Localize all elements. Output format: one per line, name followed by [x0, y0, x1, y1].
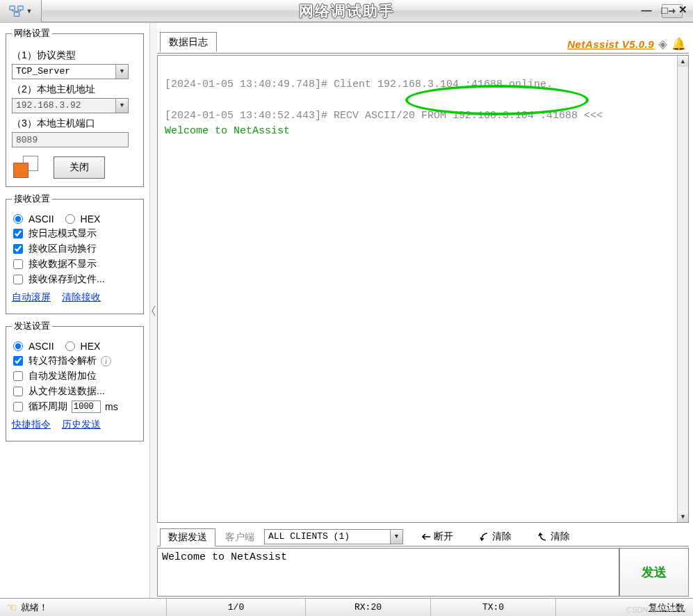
host-select[interactable]: 192.168.3.92 ▼: [12, 98, 129, 113]
scroll-up-icon[interactable]: ▲: [678, 56, 688, 67]
svg-rect-0: [9, 6, 14, 9]
send-append-label: 自动发送附加位: [28, 370, 97, 382]
clear-recv-link[interactable]: 清除接收: [62, 291, 101, 304]
diamond-icon[interactable]: ◈: [658, 37, 667, 51]
recv-ascii-radio[interactable]: [13, 214, 23, 224]
recv-ascii-label: ASCII: [28, 213, 54, 225]
arrow-down-left-icon: [480, 533, 489, 541]
status-tx: TX:0: [431, 599, 556, 616]
auto-scroll-link[interactable]: 自动滚屏: [12, 291, 51, 304]
recv-logmode-label: 按日志模式显示: [28, 227, 97, 240]
clear-up-button[interactable]: 清除: [530, 529, 578, 544]
maximize-button[interactable]: □: [658, 3, 671, 16]
recv-save-label: 接收保存到文件...: [28, 273, 105, 286]
send-textarea[interactable]: [157, 548, 619, 597]
log-content[interactable]: [2024-01-05 13:40:49.748]# Client 192.16…: [158, 56, 677, 522]
reset-counter-link[interactable]: 复位计数: [640, 601, 693, 614]
send-loop-input[interactable]: [72, 400, 101, 413]
network-icon: [9, 5, 24, 17]
title-bar: ▼ 网络调试助手 — □ ✕: [0, 0, 693, 22]
chevron-down-icon: ▼: [115, 65, 128, 79]
send-hex-label: HEX: [81, 341, 101, 352]
port-label: （3）本地主机端口: [12, 117, 138, 130]
send-target-select[interactable]: ALL CLIENTS (1) ▼: [264, 529, 403, 544]
disconnect-button[interactable]: 断开: [413, 529, 462, 544]
proto-select[interactable]: TCP_Server ▼: [12, 64, 129, 79]
status-rx: RX:20: [306, 599, 431, 616]
log-line-1: [2024-01-05 13:40:49.748]# Client 192.16…: [165, 79, 553, 90]
group-network: 网络设置 （1）协议类型 TCP_Server ▼ （2）本地主机地址 192.…: [6, 27, 144, 187]
group-send: 发送设置 ASCII HEX 转义符指令解析i 自动发送附加位 从文件发送数据.…: [6, 320, 144, 441]
tab-send[interactable]: 数据发送: [160, 528, 215, 546]
brand-link[interactable]: NetAssist V5.0.9: [567, 38, 654, 50]
log-line-2a: [2024-01-05 13:40:52.443]# RECV ASCII/2: [165, 110, 409, 122]
group-send-title: 发送设置: [12, 320, 52, 332]
scroll-down-icon[interactable]: ▼: [678, 511, 688, 522]
send-loop-pre: 循环周期: [28, 400, 67, 413]
info-icon[interactable]: i: [101, 356, 111, 366]
history-send-link[interactable]: 历史发送: [62, 419, 101, 431]
send-loop-check[interactable]: [13, 402, 23, 412]
send-escape-label: 转义符指令解析: [28, 355, 97, 367]
send-target-value: ALL CLIENTS (1): [265, 530, 390, 544]
send-fromfile-label: 从文件发送数据...: [28, 385, 105, 398]
log-line-2c: <<<: [578, 110, 603, 122]
recv-logmode-check[interactable]: [13, 229, 23, 238]
recv-hide-label: 接收数据不显示: [28, 258, 97, 270]
send-button[interactable]: 发送: [619, 548, 689, 597]
send-append-check[interactable]: [13, 371, 23, 381]
status-io: 1/0: [167, 599, 306, 616]
send-fromfile-check[interactable]: [13, 387, 23, 396]
left-panel: 网络设置 （1）协议类型 TCP_Server ▼ （2）本地主机地址 192.…: [0, 23, 150, 598]
group-recv: 接收设置 ASCII HEX 按日志模式显示 接收区自动换行 接收数据不显示 接…: [6, 193, 144, 314]
chevron-left-icon: [152, 305, 156, 317]
arrow-left-icon: [421, 533, 431, 541]
group-recv-title: 接收设置: [12, 193, 52, 205]
host-label: （2）本地主机地址: [12, 83, 138, 96]
host-value: 192.168.3.92: [13, 99, 115, 113]
status-indicator-icon: [12, 156, 40, 179]
chevron-down-icon: ▼: [115, 99, 128, 113]
status-ready: 就绪！: [21, 601, 48, 614]
app-menu-button[interactable]: ▼: [0, 0, 42, 22]
client-label: 客户端: [215, 531, 264, 546]
app-title: 网络调试助手: [42, 1, 651, 21]
send-hex-radio[interactable]: [65, 341, 75, 351]
status-bar: ☜ 就绪！ 1/0 RX:20 TX:0 复位计数: [0, 598, 693, 616]
port-input[interactable]: [12, 132, 129, 147]
send-ascii-radio[interactable]: [13, 341, 23, 351]
log-scrollbar[interactable]: ▲ ▼: [677, 56, 688, 522]
close-connection-button[interactable]: 关闭: [54, 156, 105, 179]
recv-hide-check[interactable]: [13, 259, 23, 269]
group-network-title: 网络设置: [12, 27, 52, 40]
dropdown-icon: ▼: [26, 8, 33, 15]
proto-label: （1）协议类型: [12, 49, 138, 62]
recv-wrap-check[interactable]: [13, 244, 23, 254]
proto-value: TCP_Server: [13, 65, 115, 79]
arrow-up-left-icon: [538, 533, 548, 541]
svg-rect-1: [17, 6, 22, 9]
send-escape-check[interactable]: [13, 356, 23, 366]
send-ascii-label: ASCII: [28, 341, 54, 352]
recv-hex-label: HEX: [81, 213, 101, 225]
right-panel: 数据日志 NetAssist V5.0.9 ◈ 🔔 [2024-01-05 13…: [157, 23, 693, 598]
send-loop-suf: ms: [105, 401, 118, 412]
log-area: [2024-01-05 13:40:49.748]# Client 192.16…: [157, 55, 689, 523]
log-line-2b: 0 FROM 192.168.3.104 :41688: [409, 110, 578, 122]
close-window-button[interactable]: ✕: [676, 3, 689, 16]
recv-save-check[interactable]: [13, 275, 23, 284]
clear-down-button[interactable]: 清除: [471, 529, 520, 544]
quick-cmd-link[interactable]: 快捷指令: [12, 419, 51, 431]
chevron-down-icon: ▼: [390, 530, 402, 544]
log-line-3: Welcome to NetAssist: [165, 125, 290, 137]
recv-hex-radio[interactable]: [65, 214, 75, 224]
tab-log[interactable]: 数据日志: [160, 32, 217, 52]
panel-splitter[interactable]: [150, 23, 157, 598]
recv-wrap-label: 接收区自动换行: [28, 243, 97, 255]
bell-icon[interactable]: 🔔: [671, 37, 686, 51]
svg-rect-2: [14, 12, 19, 16]
minimize-button[interactable]: —: [640, 3, 653, 16]
hand-icon: ☜: [7, 601, 17, 614]
